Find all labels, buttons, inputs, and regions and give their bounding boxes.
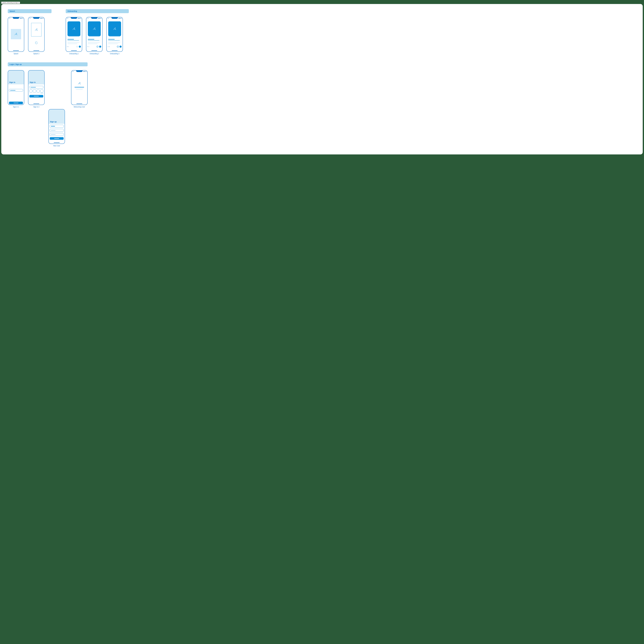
status-time: 9:41 bbox=[108, 18, 109, 19]
svg-point-3 bbox=[95, 28, 95, 28]
page-dot-active bbox=[109, 46, 110, 47]
page-dots bbox=[67, 46, 69, 47]
file-tab: Splash, Onboarding and Sign in bbox=[1, 2, 20, 4]
loading-spinner bbox=[35, 42, 38, 44]
verify-button[interactable] bbox=[29, 95, 43, 98]
status-bar: 9:41 bbox=[86, 18, 102, 19]
splash-image-frame bbox=[31, 23, 41, 36]
signal-icon bbox=[40, 18, 41, 19]
screen-signup[interactable]: 9:41 Sign up bbox=[48, 109, 65, 144]
wifi-icon bbox=[84, 71, 85, 72]
subtitle-placeholder bbox=[67, 40, 79, 41]
subtitle-placeholder bbox=[88, 40, 99, 41]
signal-icon bbox=[98, 18, 99, 19]
title-placeholder bbox=[88, 39, 94, 40]
screen-signin-2[interactable]: 9:41 Sign in bbox=[28, 70, 45, 105]
screen-title: Sign in bbox=[9, 81, 15, 83]
canvas: Splash 9:41 bbox=[1, 4, 643, 154]
body-line bbox=[67, 43, 79, 43]
page-dots bbox=[87, 46, 89, 47]
screen-onboarding-3[interactable]: 9:41 bbox=[106, 17, 123, 52]
status-bar: 9:41 bbox=[28, 18, 44, 19]
signal-icon bbox=[83, 71, 84, 72]
battery-icon bbox=[22, 18, 23, 19]
screen-splash-1[interactable]: 9:41 bbox=[8, 17, 24, 52]
signal-icon bbox=[118, 18, 119, 19]
screen-title: Sign in bbox=[30, 81, 36, 83]
page-dot bbox=[69, 46, 69, 47]
page-dot bbox=[68, 46, 68, 47]
status-bar: 9:41 bbox=[8, 18, 24, 19]
onboarding-image bbox=[108, 21, 121, 36]
status-icons bbox=[78, 18, 81, 19]
screen-welcome[interactable]: 9:41 bbox=[71, 70, 88, 105]
wifi-icon bbox=[79, 18, 80, 19]
header-panel: Sign in bbox=[8, 70, 24, 84]
input-placeholder bbox=[51, 130, 56, 131]
otp-digit-1[interactable] bbox=[29, 90, 32, 92]
continue-button[interactable] bbox=[9, 102, 23, 104]
image-icon bbox=[113, 28, 116, 30]
battery-icon bbox=[85, 71, 86, 72]
caption-splash-2: Splash 2 bbox=[33, 53, 39, 55]
email-input[interactable] bbox=[50, 129, 64, 132]
onboarding-nav: ‹ › bbox=[108, 46, 122, 48]
section-header-splash: Splash bbox=[8, 9, 52, 13]
image-icon bbox=[14, 33, 18, 35]
page-dot-active bbox=[67, 46, 67, 47]
welcome-line bbox=[75, 88, 83, 89]
next-button[interactable]: › bbox=[120, 46, 122, 48]
status-time: 9:41 bbox=[67, 18, 68, 19]
page-dot bbox=[108, 46, 109, 47]
screen-onboarding-1[interactable]: 9:41 bbox=[66, 17, 82, 52]
name-input[interactable] bbox=[50, 125, 64, 128]
caption-signin-2: Sign in 2 bbox=[33, 106, 39, 108]
screen-onboarding-2[interactable]: 9:41 bbox=[86, 17, 103, 52]
image-icon bbox=[72, 28, 76, 30]
next-button[interactable]: › bbox=[79, 46, 81, 48]
resend-link[interactable] bbox=[40, 93, 43, 93]
screen-splash-2[interactable]: 9:41 bbox=[28, 17, 45, 52]
signal-icon bbox=[20, 18, 21, 19]
button-label bbox=[14, 103, 18, 103]
password-input[interactable] bbox=[50, 133, 64, 136]
section-header-onboarding: Onboarding bbox=[66, 9, 129, 13]
signal-icon bbox=[78, 18, 79, 19]
phone-input[interactable] bbox=[9, 89, 23, 92]
otp-inputs bbox=[29, 90, 43, 92]
subtitle-placeholder bbox=[108, 40, 120, 41]
page-dot bbox=[89, 46, 89, 47]
page-dot bbox=[88, 46, 88, 47]
body-line bbox=[108, 42, 120, 42]
input-value bbox=[51, 126, 55, 126]
page-dot bbox=[108, 46, 108, 47]
status-icons bbox=[40, 18, 43, 19]
screen-signin-1[interactable]: 9:41 Sign in bbox=[8, 70, 24, 105]
battery-icon bbox=[80, 18, 81, 19]
onboarding-image-stack bbox=[108, 21, 121, 36]
battery-icon bbox=[42, 18, 43, 19]
onboarding-nav: ‹ › bbox=[67, 46, 81, 48]
phone-input[interactable] bbox=[29, 86, 43, 88]
otp-digit-4[interactable] bbox=[40, 90, 43, 92]
input-value bbox=[10, 90, 15, 91]
input-placeholder bbox=[51, 134, 56, 135]
svg-point-5 bbox=[80, 82, 80, 83]
next-button[interactable]: › bbox=[99, 46, 101, 48]
caption-onboarding-3: Onboarding 3 bbox=[110, 53, 119, 55]
otp-digit-2[interactable] bbox=[33, 90, 36, 92]
body-line bbox=[108, 44, 118, 44]
input-value bbox=[31, 87, 36, 87]
signup-button[interactable] bbox=[50, 137, 64, 140]
svg-point-2 bbox=[74, 28, 75, 28]
status-bar: 9:41 bbox=[66, 18, 82, 19]
prev-button[interactable]: ‹ bbox=[96, 46, 99, 48]
otp-digit-3[interactable] bbox=[37, 90, 40, 92]
caption-onboarding-2: Onboarding 2 bbox=[90, 53, 99, 55]
section-splash: Splash 9:41 bbox=[8, 9, 52, 55]
svg-point-4 bbox=[115, 28, 116, 28]
header-panel: Sign in bbox=[28, 70, 44, 84]
body-line bbox=[108, 43, 120, 43]
prev-button[interactable]: ‹ bbox=[117, 46, 119, 48]
status-icons bbox=[20, 18, 23, 19]
